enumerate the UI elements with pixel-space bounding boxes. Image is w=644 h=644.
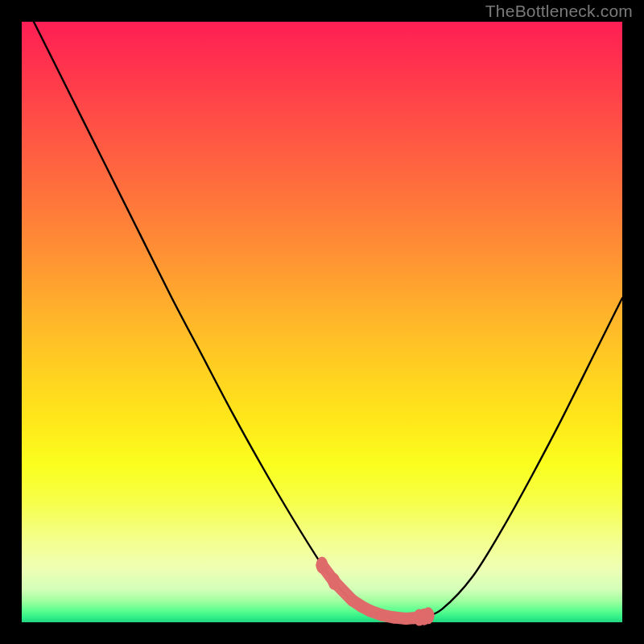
bottleneck-curve	[34, 22, 622, 619]
chart-svg	[22, 22, 622, 622]
svg-point-11	[423, 607, 435, 624]
svg-point-4	[365, 605, 376, 617]
svg-point-5	[377, 609, 388, 621]
svg-point-6	[389, 612, 400, 624]
svg-point-0	[316, 557, 328, 574]
chart-plot-area	[22, 22, 622, 622]
svg-point-1	[328, 573, 340, 590]
watermark-text: TheBottleneck.com	[485, 2, 633, 21]
sweet-spot-markers	[316, 557, 435, 626]
